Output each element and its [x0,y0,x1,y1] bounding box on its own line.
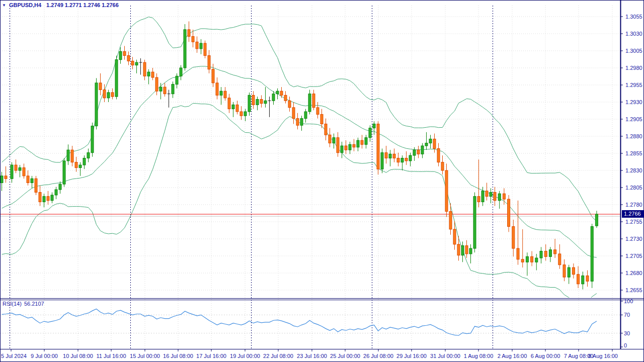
time-axis-label: 19 Jul 00:00 [230,353,260,359]
rsi-pane[interactable] [0,300,620,348]
symbol-dropdown-icon: ▼ [2,3,6,8]
candle-body [591,227,593,282]
price-axis-label: 1.2905 [625,116,642,122]
candle-body [147,72,150,76]
price-axis-label: 1.2730 [625,236,642,242]
candle-body [544,251,547,256]
candle-body [164,87,166,94]
candle-body [87,153,90,158]
candle-body [111,93,114,97]
rsi-indicator-label: RSI(14)56.2107 [3,301,44,307]
candle-body [349,144,351,150]
candle-body [1,176,3,183]
chart-window: 1.30551.30301.30051.29801.29551.29301.29… [0,0,644,362]
candle-body [405,158,408,161]
candle-body [595,214,598,226]
price-axis-label: 1.2880 [625,133,642,139]
price-axis-label: 1.2655 [625,287,642,293]
price-axis-label: 1.2980 [625,65,642,71]
candle-body [304,112,307,119]
price-axis-label: 1.2830 [625,167,642,173]
candle-body [421,146,424,154]
candle-body [377,124,379,169]
time-axis-label: 26 Jul 08:00 [363,353,393,359]
main-chart-svg[interactable]: 1.30551.30301.30051.29801.29551.29301.29… [0,0,644,362]
time-axis-label: 29 Jul 16:00 [396,353,427,359]
candle-body [288,101,291,108]
candle-body [449,212,452,229]
rsi-axis-label: 30 [624,330,630,336]
candle-body [196,42,198,49]
time-axis-label: 6 Aug 00:00 [531,353,560,359]
price-axis-label: 1.2805 [625,185,642,191]
candle-body [425,143,428,146]
candle-body [457,244,460,255]
time-axis-label: 17 Jul 16:00 [196,353,226,359]
candle-body [465,246,468,254]
candle-body [15,165,17,170]
current-price-tag: 1.2766 [622,210,644,218]
candle-body [5,176,7,178]
candle-body [345,146,347,150]
time-axis-label: 16 Jul 08:00 [163,353,193,359]
candle-body [563,265,566,277]
candle-body [385,153,387,158]
candle-body [83,158,86,165]
candle-body [59,184,61,190]
candle-body [401,158,404,162]
candle-body [63,161,65,184]
rsi-value: 56.2107 [24,301,44,307]
candle-body [224,91,226,98]
candle-body [204,43,206,55]
candle-body [200,43,202,49]
candle-body [441,162,444,170]
candle-body [337,138,339,153]
symbol-period-label: GBPUSD,H4 [9,2,41,8]
candle-body [381,153,383,169]
price-axis-label: 1.2755 [625,219,642,225]
candle-body [75,162,77,168]
candle-body [35,178,37,192]
rsi-axis-label: 70 [624,312,630,318]
candle-body [540,251,542,258]
candle-body [417,150,420,154]
candle-body [228,98,230,109]
candle-body [43,197,45,202]
candle-body [47,197,49,201]
candle-body [389,154,391,158]
time-axis-label: 22 Jul 08:00 [263,353,293,359]
candle-body [39,193,41,202]
candle-body [333,138,335,143]
time-axis-label: 31 Jul 00:00 [430,353,460,359]
candle-body [357,140,359,147]
candle-body [341,146,343,153]
price-axis-label: 1.3055 [625,14,642,20]
candle-body [365,138,367,145]
candle-body [586,276,589,281]
candle-body [115,60,118,97]
candle-body [325,124,327,135]
candle-body [232,105,234,109]
candle-body [521,259,524,262]
candle-body [508,199,510,226]
time-axis-label: 23 Jul 16:00 [297,353,327,359]
candle-body [554,250,556,254]
candle-body [192,36,194,42]
time-axis-label: 5 Jul 2024 [1,353,27,359]
candle-body [252,95,255,105]
candle-body [99,83,102,90]
ohlc-values: 1.2749 1.2771 1.2746 1.2766 [46,2,119,8]
candle-body [582,276,584,284]
candle-body [486,191,488,197]
price-axis-label: 1.2955 [625,82,642,88]
candle-body [95,83,98,126]
candle-body [91,126,94,153]
candle-body [369,128,371,138]
candle-body [429,139,432,143]
candle-body [176,76,178,84]
time-axis-label: 11 Jul 16:00 [96,353,126,359]
candle-body [433,139,436,148]
candle-body [248,95,251,112]
candle-body [296,119,299,126]
candle-body [244,112,247,116]
